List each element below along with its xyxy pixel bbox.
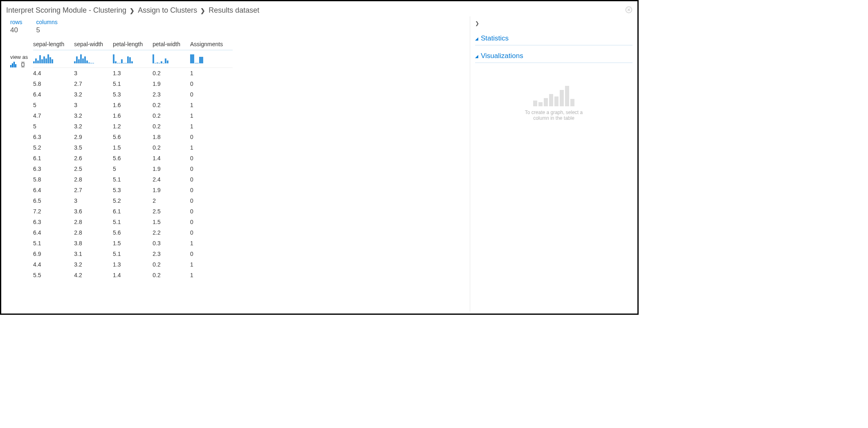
table-row[interactable]: 4.43.21.30.21 [33,259,233,270]
table-cell: 6.4 [33,185,74,195]
table-cell: 5 [113,164,153,174]
table-cell: 1 [190,270,233,280]
table-cell: 4.4 [33,259,74,270]
table-cell: 5.6 [113,132,153,142]
visualizations-section-header[interactable]: ◢ Visualizations [475,49,632,63]
column-histogram[interactable] [113,50,153,68]
data-table-scroll[interactable]: sepal-lengthsepal-widthpetal-lengthpetal… [33,38,465,300]
meta-rows-value: 40 [10,26,22,34]
column-histogram[interactable] [74,50,113,68]
table-row[interactable]: 5.23.51.50.21 [33,142,233,153]
table-cell: 0 [190,78,233,89]
table-cell: 3 [74,68,113,79]
table-cell: 6.1 [33,153,74,164]
chevron-right-icon: ❯ [200,7,205,14]
table-cell: 5.5 [33,270,74,280]
boxplot-icon [20,62,26,67]
table-cell: 5.1 [113,78,153,89]
histogram-icon [10,62,18,67]
table-cell: 1 [190,259,233,270]
table-row[interactable]: 6.12.65.61.40 [33,153,233,164]
table-cell: 3.8 [74,238,113,249]
table-cell: 6.1 [113,206,153,217]
table-row[interactable]: 4.431.30.21 [33,68,233,79]
column-header[interactable]: Assignments [190,38,233,50]
table-row[interactable]: 7.23.66.12.50 [33,206,233,217]
chevron-right-icon: ❯ [130,7,135,14]
table-cell: 4.2 [74,270,113,280]
table-cell: 5 [33,100,74,110]
table-cell: 0.2 [153,121,190,132]
view-as-boxplot-button[interactable] [20,62,26,69]
table-row[interactable]: 5.82.75.11.90 [33,78,233,89]
table-row[interactable]: 6.32.85.11.50 [33,217,233,227]
table-row[interactable]: 5.54.21.40.21 [33,270,233,280]
column-histogram[interactable] [153,50,190,68]
column-header[interactable]: sepal-length [33,38,74,50]
table-cell: 3.2 [74,89,113,100]
statistics-section-header[interactable]: ◢ Statistics [475,32,632,45]
table-row[interactable]: 5.13.81.50.31 [33,238,233,249]
table-cell: 5.2 [113,195,153,206]
table-cell: 5.8 [33,174,74,185]
table-cell: 1.6 [113,110,153,121]
table-histogram-row [33,50,233,68]
table-cell: 6.4 [33,227,74,238]
right-pane: ❯ ◢ Statistics ◢ Visualizations To creat… [470,16,637,311]
table-row[interactable]: 6.32.95.61.80 [33,132,233,142]
table-cell: 1.9 [153,78,190,89]
view-as-histogram-button[interactable] [10,62,18,69]
table-cell: 5.2 [33,142,74,153]
table-cell: 3.6 [74,206,113,217]
table-cell: 2.8 [74,174,113,185]
table-cell: 0 [190,185,233,195]
table-row[interactable]: 5.82.85.12.40 [33,174,233,185]
column-histogram[interactable] [33,50,74,68]
table-cell: 2 [153,195,190,206]
column-header[interactable]: sepal-width [74,38,113,50]
table-cell: 1 [190,121,233,132]
table-row[interactable]: 6.535.220 [33,195,233,206]
table-cell: 1.5 [113,238,153,249]
table-row[interactable]: 6.93.15.12.30 [33,249,233,259]
column-header[interactable]: petal-width [153,38,190,50]
triangle-down-icon: ◢ [475,54,478,58]
meta-row: rows 40 columns 5 [10,19,465,34]
column-histogram[interactable] [190,50,233,68]
table-cell: 6.5 [33,195,74,206]
table-cell: 4.4 [33,68,74,79]
column-header[interactable]: petal-length [113,38,153,50]
table-cell: 5.6 [113,153,153,164]
table-cell: 1.8 [153,132,190,142]
table-cell: 5.1 [33,238,74,249]
table-cell: 1.5 [153,217,190,227]
table-cell: 1.6 [113,100,153,110]
table-row[interactable]: 53.21.20.21 [33,121,233,132]
meta-cols-label: columns [36,19,58,25]
table-row[interactable]: 6.42.75.31.90 [33,185,233,195]
breadcrumb-seg-1[interactable]: Interpret Scoring Module - Clustering [6,6,126,15]
table-cell: 2.5 [74,164,113,174]
placeholder-bars-icon [533,83,574,106]
table-cell: 0 [190,249,233,259]
table-cell: 3.2 [74,121,113,132]
table-cell: 6.9 [33,249,74,259]
collapse-panel-button[interactable]: ❯ [475,19,632,28]
breadcrumb-seg-2[interactable]: Assign to Clusters [138,6,197,15]
table-cell: 3.1 [74,249,113,259]
table-cell: 0.2 [153,68,190,79]
table-cell: 0.2 [153,110,190,121]
table-cell: 5.8 [33,78,74,89]
close-button[interactable] [624,5,633,14]
view-as-label: view as [10,54,31,60]
table-cell: 0 [190,227,233,238]
breadcrumb-seg-3[interactable]: Results dataset [209,6,259,15]
table-cell: 3.5 [74,142,113,153]
breadcrumb: Interpret Scoring Module - Clustering ❯ … [1,1,637,16]
table-row[interactable]: 6.43.25.32.30 [33,89,233,100]
table-row[interactable]: 4.73.21.60.21 [33,110,233,121]
table-cell: 0 [190,174,233,185]
table-row[interactable]: 531.60.21 [33,100,233,110]
table-row[interactable]: 6.42.85.62.20 [33,227,233,238]
table-row[interactable]: 6.32.551.90 [33,164,233,174]
